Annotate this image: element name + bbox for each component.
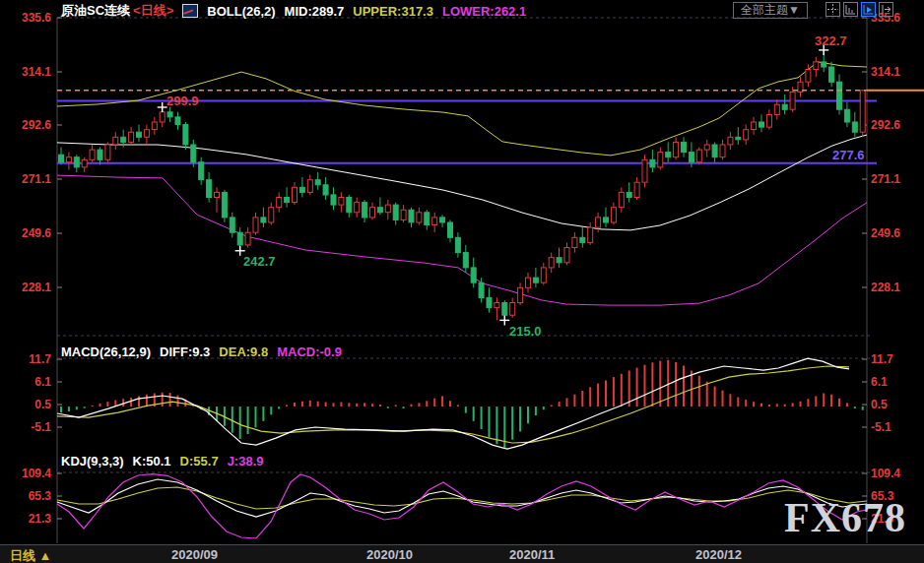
chart-canvas[interactable] <box>0 0 924 563</box>
swing-high-annotation: 322.7 <box>815 33 847 48</box>
macd-axis-label-right: 11.7 <box>871 352 893 366</box>
kdj-j-value: J:38.9 <box>228 454 264 469</box>
axis-pan-icon <box>845 4 856 15</box>
kdj-header: KDJ(9,3,3) K:50.1 D:55.7 J:38.9 <box>61 454 264 469</box>
macd-title: MACD(26,12,9) <box>61 344 151 359</box>
price-label-left: 249.6 <box>8 226 51 240</box>
boll-indicator-label: BOLL(26,2) <box>207 4 275 19</box>
macd-axis-label-left: 0.5 <box>8 398 51 411</box>
date-label: 2020/10 <box>366 547 413 562</box>
price-label-right: 314.1 <box>871 65 900 79</box>
macd-axis-label-left: 6.1 <box>8 375 51 389</box>
kdj-axis-label-right: 109.4 <box>871 467 900 480</box>
macd-value: MACD:-0.9 <box>277 344 342 359</box>
crosshair-icon <box>827 4 838 15</box>
swing-low-annotation: 242.7 <box>243 254 276 269</box>
price-label-right: 271.1 <box>871 172 900 186</box>
axis-shift-tool-button[interactable] <box>879 2 893 17</box>
macd-axis-label-left: 11.7 <box>8 352 51 366</box>
fx678-watermark: FX678 <box>784 494 906 541</box>
chart-header: 原油SC连续 <日线> BOLL(26,2) MID:289.7 UPPER:3… <box>61 2 526 20</box>
price-label-right: 292.6 <box>871 118 900 132</box>
swing-low-annotation: 215.0 <box>509 324 542 339</box>
kdj-k-value: K:50.1 <box>133 454 171 469</box>
support-line-label: 277.6 <box>832 148 865 162</box>
date-label: 2020/11 <box>509 547 555 562</box>
chart-application: 原油SC连续 <日线> BOLL(26,2) MID:289.7 UPPER:3… <box>0 0 924 563</box>
price-label-left: 292.6 <box>8 118 51 132</box>
theme-selector-dropdown[interactable]: 全部主题▼ <box>733 2 808 19</box>
boll-upper-value: UPPER:317.3 <box>353 4 433 19</box>
macd-header: MACD(26,12,9) DIFF:9.3 DEA:9.8 MACD:-0.9 <box>61 344 342 359</box>
price-label-left: 335.6 <box>8 11 51 25</box>
kdj-d-value: D:55.7 <box>180 454 219 469</box>
kdj-axis-label-left: 65.3 <box>8 489 51 503</box>
kdj-axis-label-left: 109.4 <box>8 467 51 480</box>
price-label-right: 228.1 <box>871 281 900 294</box>
period-tab-daily[interactable]: 日线 ▲ <box>10 547 51 563</box>
price-label-left: 228.1 <box>8 281 51 294</box>
symbol-name: 原油SC连续 <box>61 2 130 20</box>
axis-pan-tool-button[interactable] <box>843 2 858 17</box>
macd-axis-label-right: 0.5 <box>871 398 888 411</box>
price-label-right: 249.6 <box>871 226 900 240</box>
axis-play-icon <box>863 4 874 15</box>
time-axis-bar: 日线 ▲ 2020/09 2020/10 2020/11 2020/12 <box>0 544 924 563</box>
date-label: 2020/12 <box>695 547 742 562</box>
macd-axis-label-right: -5.1 <box>871 420 891 434</box>
boll-lower-value: LOWER:262.1 <box>442 4 526 19</box>
period-label: <日线> <box>133 2 173 20</box>
mini-chart-icon <box>182 4 198 18</box>
axis-play-tool-button[interactable] <box>861 2 876 17</box>
price-label-left: 271.1 <box>8 172 51 186</box>
crosshair-tool-button[interactable] <box>825 2 840 17</box>
macd-diff-value: DIFF:9.3 <box>160 344 210 359</box>
macd-axis-label-left: -5.1 <box>8 420 51 434</box>
price-label-left: 314.1 <box>8 65 51 79</box>
date-label: 2020/09 <box>171 547 218 562</box>
swing-high-annotation: 299.9 <box>166 94 199 108</box>
axis-shift-icon <box>881 4 891 15</box>
macd-axis-label-right: 6.1 <box>871 375 888 389</box>
boll-mid-value: MID:289.7 <box>285 4 345 19</box>
kdj-axis-label-left: 21.3 <box>8 512 51 526</box>
macd-dea-value: DEA:9.8 <box>219 344 268 359</box>
kdj-title: KDJ(9,3,3) <box>61 454 124 469</box>
